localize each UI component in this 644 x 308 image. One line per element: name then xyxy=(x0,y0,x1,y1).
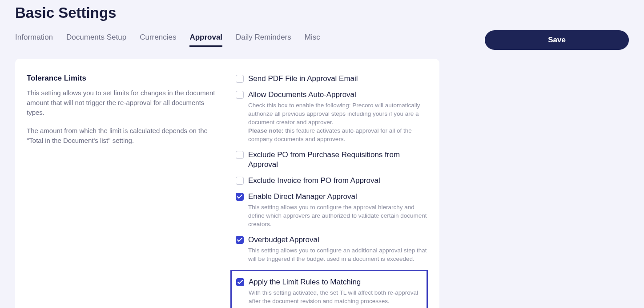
desc-apply-limit: With this setting activated, the set TL … xyxy=(249,289,419,306)
tab-misc[interactable]: Misc xyxy=(305,33,320,47)
tab-daily-reminders[interactable]: Daily Reminders xyxy=(236,33,291,47)
highlight-apply-limit: Apply the Limit Rules to Matching With t… xyxy=(230,270,428,308)
tolerance-desc-1: This setting allows you to set limits fo… xyxy=(27,88,218,117)
page-title: Basic Settings xyxy=(15,0,629,30)
tab-approval[interactable]: Approval xyxy=(189,33,222,47)
checkbox-direct-manager[interactable] xyxy=(236,193,244,201)
tolerance-title: Tolerance Limits xyxy=(27,74,218,83)
checkbox-send-pdf[interactable] xyxy=(236,75,244,83)
tolerance-desc-2: The amount from which the limit is calcu… xyxy=(27,126,218,146)
label-apply-limit: Apply the Limit Rules to Matching xyxy=(249,277,419,287)
label-auto-approval: Allow Documents Auto-Approval xyxy=(248,90,428,100)
desc-auto-approval: Check this box to enable the following: … xyxy=(248,101,428,143)
label-exclude-po: Exclude PO from Purchase Requisitions fr… xyxy=(248,150,428,170)
desc-overbudget: This setting allows you to configure an … xyxy=(248,247,428,263)
desc-direct-manager: This setting allows you to configure the… xyxy=(248,203,428,229)
label-direct-manager: Enable Direct Manager Approval xyxy=(248,192,428,202)
tab-information[interactable]: Information xyxy=(15,33,53,47)
checkbox-overbudget[interactable] xyxy=(236,236,244,244)
checkbox-auto-approval[interactable] xyxy=(236,91,244,99)
save-button[interactable]: Save xyxy=(485,30,629,50)
tabs-nav: Information Documents Setup Currencies A… xyxy=(15,30,320,47)
tab-currencies[interactable]: Currencies xyxy=(140,33,176,47)
checkbox-apply-limit[interactable] xyxy=(236,278,244,286)
tab-documents-setup[interactable]: Documents Setup xyxy=(66,33,126,47)
checkbox-exclude-invoice[interactable] xyxy=(236,177,244,185)
label-overbudget: Overbudget Approval xyxy=(248,235,428,245)
settings-card: Tolerance Limits This setting allows you… xyxy=(15,59,439,308)
checkbox-exclude-po[interactable] xyxy=(236,151,244,159)
label-send-pdf: Send PDF File in Approval Email xyxy=(248,74,358,84)
label-exclude-invoice: Exclude Invoice from PO from Approval xyxy=(248,176,380,186)
